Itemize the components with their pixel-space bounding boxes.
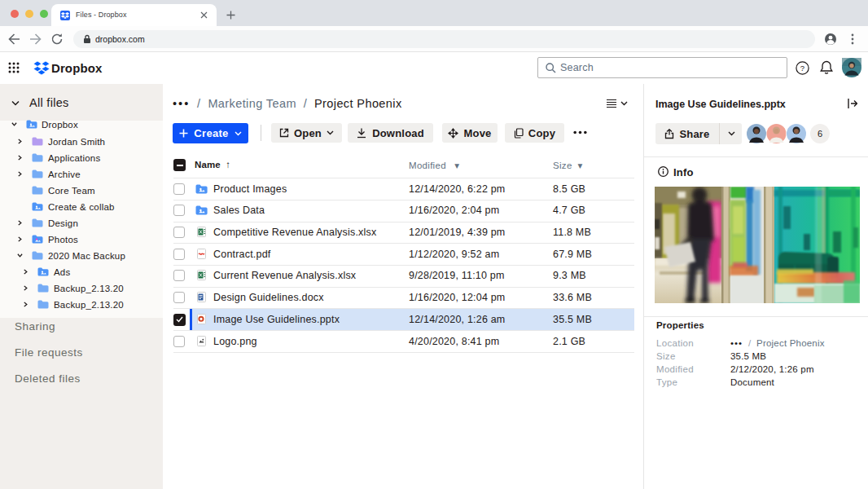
svg-text:?: ? [800, 64, 804, 73]
svg-text:6: 6 [818, 129, 822, 139]
